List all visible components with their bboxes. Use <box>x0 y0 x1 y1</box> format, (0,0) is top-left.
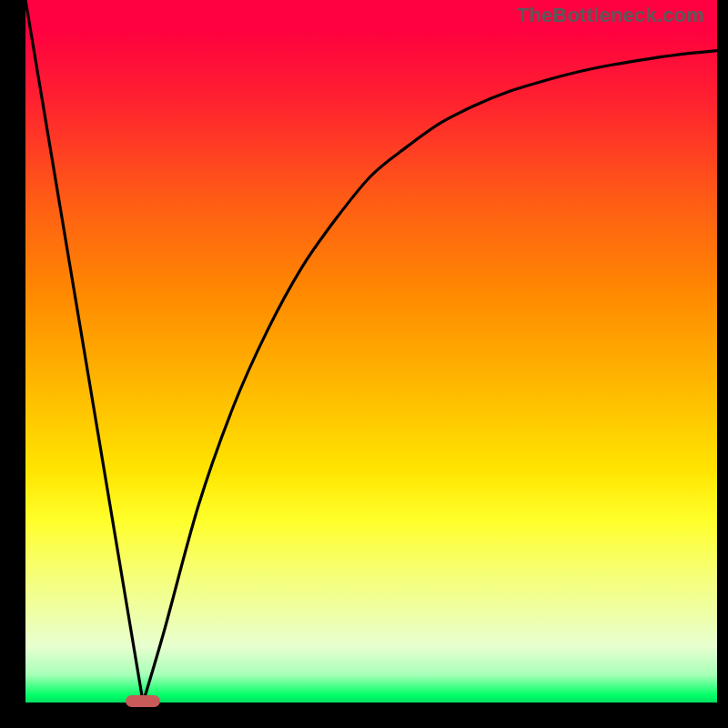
chart-frame: TheBottleneck.com <box>0 0 728 728</box>
right-branch-path <box>143 51 717 703</box>
plot-area: TheBottleneck.com <box>25 0 717 703</box>
bottleneck-marker <box>126 695 160 707</box>
left-branch-path <box>25 0 143 703</box>
curve-layer <box>25 0 717 703</box>
